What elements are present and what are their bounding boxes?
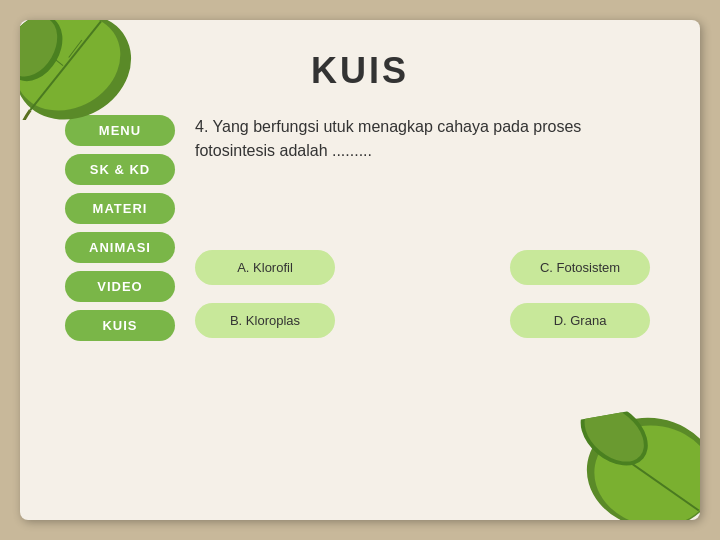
- answer-b[interactable]: B. Kloroplas: [195, 303, 335, 338]
- sidebar-item-materi[interactable]: MATERI: [65, 193, 175, 224]
- sidebar-item-animasi[interactable]: ANIMASI: [65, 232, 175, 263]
- leaf-decoration-top-left: [20, 20, 140, 120]
- answer-c[interactable]: C. Fotosistem: [510, 250, 650, 285]
- paper-area: KUIS MENU SK & KD MATERI ANIMASI VIDEO K…: [20, 20, 700, 520]
- answer-a[interactable]: A. Klorofil: [195, 250, 335, 285]
- sidebar-item-kuis[interactable]: KUIS: [65, 310, 175, 341]
- sidebar-item-sk-kd[interactable]: SK & KD: [65, 154, 175, 185]
- answers-row-bottom: B. Kloroplas D. Grana: [195, 303, 650, 338]
- sidebar: MENU SK & KD MATERI ANIMASI VIDEO KUIS: [65, 115, 175, 341]
- answer-d[interactable]: D. Grana: [510, 303, 650, 338]
- leaf-decoration-bottom-right: [570, 400, 700, 520]
- question-text: 4. Yang berfungsi utuk menagkap cahaya p…: [195, 115, 650, 163]
- answers-row-top: A. Klorofil C. Fotosistem: [195, 250, 650, 285]
- sidebar-item-video[interactable]: VIDEO: [65, 271, 175, 302]
- answers-area: A. Klorofil C. Fotosistem B. Kloroplas D…: [195, 250, 650, 356]
